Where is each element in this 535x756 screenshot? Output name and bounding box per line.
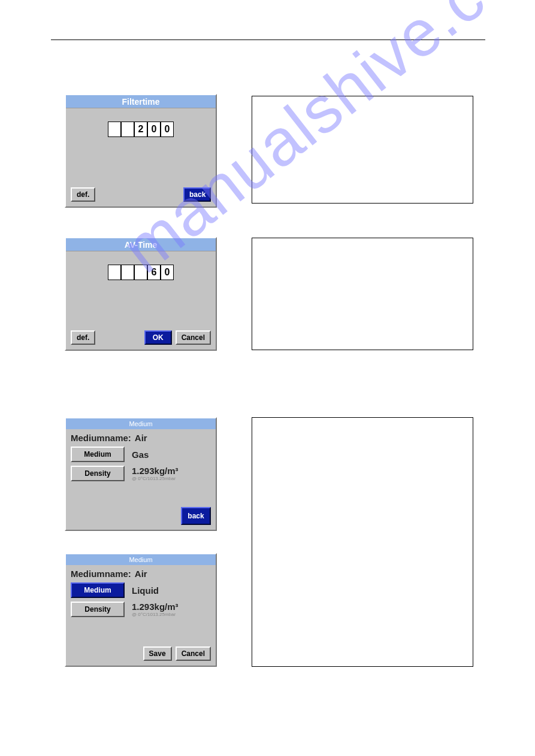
digit-cell[interactable] — [108, 122, 121, 137]
filtertime-title: Filtertime — [66, 95, 216, 108]
digit-cell[interactable] — [108, 265, 121, 280]
def-button[interactable]: def. — [71, 330, 95, 345]
medium1-title: Medium — [66, 418, 216, 429]
density-button[interactable]: Density — [71, 602, 125, 617]
filtertime-desc-box — [252, 96, 473, 204]
medium-button[interactable]: Medium — [71, 447, 125, 462]
back-button[interactable]: back — [181, 507, 211, 525]
medium2-title: Medium — [66, 554, 216, 565]
digit-cell[interactable] — [121, 122, 134, 137]
filtertime-dialog: Filtertime 2 0 0 def. back — [65, 94, 217, 208]
page-rule — [51, 40, 485, 40]
density-value: 1.293kg/m³ — [132, 466, 179, 476]
density-subtext: @ 0°C/1013.25mbar — [132, 476, 179, 481]
medium-button[interactable]: Medium — [71, 582, 125, 598]
digit-cell[interactable]: 0 — [147, 122, 161, 137]
mediumname-label: Mediumname: — [71, 433, 131, 443]
mediumname-value: Air — [135, 433, 147, 443]
avtime-digits: 6 0 — [66, 251, 216, 280]
ok-button[interactable]: OK — [144, 330, 172, 345]
back-button[interactable]: back — [183, 187, 211, 202]
digit-cell[interactable]: 2 — [134, 122, 147, 137]
digit-cell[interactable]: 0 — [161, 265, 174, 280]
medium-value: Gas — [132, 450, 149, 460]
avtime-title: AV-Time — [66, 238, 216, 251]
medium-value: Liquid — [132, 585, 159, 596]
medium1-dialog: Medium Mediumname: Air Medium Gas Densit… — [65, 417, 217, 531]
digit-cell[interactable] — [134, 265, 147, 280]
digit-cell[interactable] — [121, 265, 134, 280]
density-subtext: @ 0°C/1013.25mbar — [132, 612, 179, 617]
density-button[interactable]: Density — [71, 466, 125, 481]
avtime-dialog: AV-Time 6 0 def. OK Cancel — [65, 237, 217, 351]
filtertime-digits: 2 0 0 — [66, 108, 216, 137]
cancel-button[interactable]: Cancel — [176, 330, 211, 345]
mediumname-value: Air — [135, 569, 147, 579]
density-value: 1.293kg/m³ — [132, 602, 179, 612]
cancel-button[interactable]: Cancel — [176, 646, 211, 661]
mediumname-label: Mediumname: — [71, 569, 131, 579]
medium2-dialog: Medium Mediumname: Air Medium Liquid Den… — [65, 553, 217, 667]
digit-cell[interactable]: 0 — [161, 122, 174, 137]
medium-desc-box — [252, 417, 473, 667]
def-button[interactable]: def. — [71, 187, 95, 202]
save-button[interactable]: Save — [143, 646, 172, 661]
digit-cell[interactable]: 6 — [147, 265, 161, 280]
avtime-desc-box — [252, 238, 473, 350]
